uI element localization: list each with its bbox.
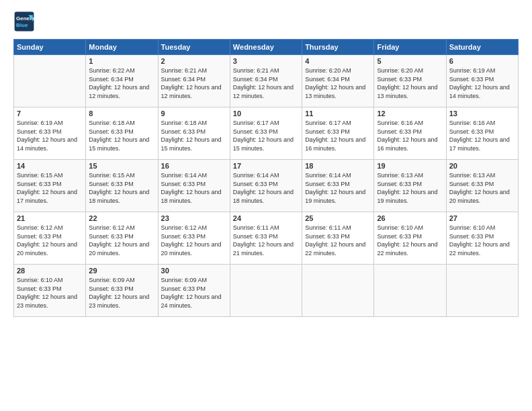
day-number: 12 (377, 109, 443, 118)
day-content: Sunrise: 6:14 AMSunset: 6:33 PMDaylight:… (233, 171, 299, 205)
calendar-cell: 15Sunrise: 6:15 AMSunset: 6:33 PMDayligh… (86, 160, 158, 212)
day-content: Sunrise: 6:21 AMSunset: 6:34 PMDaylight:… (233, 66, 299, 100)
weekday-header: Saturday (446, 40, 518, 55)
calendar-body: 1Sunrise: 6:22 AMSunset: 6:34 PMDaylight… (14, 55, 519, 317)
day-number: 7 (17, 109, 83, 118)
day-number: 20 (449, 162, 515, 170)
weekday-header: Tuesday (158, 40, 230, 55)
day-content: Sunrise: 6:10 AMSunset: 6:33 PMDaylight:… (377, 224, 443, 257)
weekday-header: Sunday (14, 40, 86, 55)
day-content: Sunrise: 6:18 AMSunset: 6:33 PMDaylight:… (89, 119, 154, 152)
calendar-week: 7Sunrise: 6:19 AMSunset: 6:33 PMDaylight… (14, 107, 519, 160)
calendar-cell: 11Sunrise: 6:17 AMSunset: 6:33 PMDayligh… (302, 107, 374, 160)
day-number: 16 (161, 162, 227, 170)
calendar-week: 14Sunrise: 6:15 AMSunset: 6:33 PMDayligh… (14, 160, 519, 212)
day-content: Sunrise: 6:16 AMSunset: 6:33 PMDaylight:… (449, 119, 515, 152)
day-number: 17 (233, 162, 299, 170)
weekday-header: Thursday (302, 40, 374, 55)
day-number: 26 (377, 214, 443, 222)
calendar-cell: 17Sunrise: 6:14 AMSunset: 6:33 PMDayligh… (230, 160, 302, 212)
day-number: 15 (89, 162, 154, 170)
calendar-cell: 28Sunrise: 6:10 AMSunset: 6:33 PMDayligh… (14, 265, 86, 317)
day-number: 1 (89, 57, 154, 65)
day-content: Sunrise: 6:11 AMSunset: 6:33 PMDaylight:… (305, 224, 371, 257)
page: General Blue SundayMondayTuesdayWednesda… (0, 0, 532, 324)
day-content: Sunrise: 6:15 AMSunset: 6:33 PMDaylight:… (17, 171, 83, 205)
day-content: Sunrise: 6:20 AMSunset: 6:33 PMDaylight:… (377, 66, 443, 100)
calendar-cell: 23Sunrise: 6:12 AMSunset: 6:33 PMDayligh… (158, 212, 230, 265)
calendar-cell: 1Sunrise: 6:22 AMSunset: 6:34 PMDaylight… (86, 55, 158, 107)
calendar-cell: 19Sunrise: 6:13 AMSunset: 6:33 PMDayligh… (374, 160, 446, 212)
header-row: SundayMondayTuesdayWednesdayThursdayFrid… (14, 40, 519, 55)
day-number: 18 (305, 162, 371, 170)
day-content: Sunrise: 6:16 AMSunset: 6:33 PMDaylight:… (377, 119, 443, 152)
day-number: 10 (233, 109, 299, 118)
calendar-cell: 26Sunrise: 6:10 AMSunset: 6:33 PMDayligh… (374, 212, 446, 265)
calendar-cell: 27Sunrise: 6:10 AMSunset: 6:33 PMDayligh… (446, 212, 518, 265)
day-content: Sunrise: 6:14 AMSunset: 6:33 PMDaylight:… (161, 171, 227, 205)
day-number: 8 (89, 109, 154, 118)
calendar-cell (14, 55, 86, 107)
day-content: Sunrise: 6:11 AMSunset: 6:33 PMDaylight:… (233, 224, 299, 257)
calendar-cell: 4Sunrise: 6:20 AMSunset: 6:34 PMDaylight… (302, 55, 374, 107)
calendar-cell: 29Sunrise: 6:09 AMSunset: 6:33 PMDayligh… (86, 265, 158, 317)
calendar-cell: 2Sunrise: 6:21 AMSunset: 6:34 PMDaylight… (158, 55, 230, 107)
day-number: 29 (89, 267, 154, 275)
calendar-cell: 20Sunrise: 6:13 AMSunset: 6:33 PMDayligh… (446, 160, 518, 212)
day-content: Sunrise: 6:12 AMSunset: 6:33 PMDaylight:… (161, 224, 227, 257)
calendar-cell: 30Sunrise: 6:09 AMSunset: 6:33 PMDayligh… (158, 265, 230, 317)
calendar-cell (302, 265, 374, 317)
day-number: 3 (233, 57, 299, 65)
day-number: 21 (17, 214, 83, 222)
day-number: 11 (305, 109, 371, 118)
weekday-header: Friday (374, 40, 446, 55)
day-number: 27 (449, 214, 515, 222)
calendar-cell: 25Sunrise: 6:11 AMSunset: 6:33 PMDayligh… (302, 212, 374, 265)
day-number: 13 (449, 109, 515, 118)
calendar-cell (230, 265, 302, 317)
calendar-cell: 8Sunrise: 6:18 AMSunset: 6:33 PMDaylight… (86, 107, 158, 160)
calendar-cell: 9Sunrise: 6:18 AMSunset: 6:33 PMDaylight… (158, 107, 230, 160)
day-number: 5 (377, 57, 443, 65)
calendar-week: 21Sunrise: 6:12 AMSunset: 6:33 PMDayligh… (14, 212, 519, 265)
day-content: Sunrise: 6:20 AMSunset: 6:34 PMDaylight:… (305, 66, 371, 100)
day-content: Sunrise: 6:12 AMSunset: 6:33 PMDaylight:… (89, 224, 154, 257)
calendar-cell: 10Sunrise: 6:17 AMSunset: 6:33 PMDayligh… (230, 107, 302, 160)
logo: General Blue (13, 11, 36, 32)
day-number: 24 (233, 214, 299, 222)
day-number: 2 (161, 57, 227, 65)
calendar-cell: 3Sunrise: 6:21 AMSunset: 6:34 PMDaylight… (230, 55, 302, 107)
day-content: Sunrise: 6:21 AMSunset: 6:34 PMDaylight:… (161, 66, 227, 100)
day-content: Sunrise: 6:18 AMSunset: 6:33 PMDaylight:… (161, 119, 227, 152)
day-content: Sunrise: 6:10 AMSunset: 6:33 PMDaylight:… (17, 276, 83, 310)
day-number: 22 (89, 214, 154, 222)
day-content: Sunrise: 6:15 AMSunset: 6:33 PMDaylight:… (89, 171, 154, 205)
calendar-cell: 16Sunrise: 6:14 AMSunset: 6:33 PMDayligh… (158, 160, 230, 212)
calendar-table: SundayMondayTuesdayWednesdayThursdayFrid… (13, 39, 519, 317)
calendar-cell: 24Sunrise: 6:11 AMSunset: 6:33 PMDayligh… (230, 212, 302, 265)
calendar-cell: 13Sunrise: 6:16 AMSunset: 6:33 PMDayligh… (446, 107, 518, 160)
day-number: 30 (161, 267, 227, 275)
svg-text:Blue: Blue (16, 22, 28, 28)
day-number: 25 (305, 214, 371, 222)
day-content: Sunrise: 6:19 AMSunset: 6:33 PMDaylight:… (449, 66, 515, 100)
day-content: Sunrise: 6:10 AMSunset: 6:33 PMDaylight:… (449, 224, 515, 257)
day-number: 28 (17, 267, 83, 275)
day-content: Sunrise: 6:17 AMSunset: 6:33 PMDaylight:… (233, 119, 299, 152)
header: General Blue (13, 11, 519, 32)
calendar-cell: 21Sunrise: 6:12 AMSunset: 6:33 PMDayligh… (14, 212, 86, 265)
calendar-cell: 14Sunrise: 6:15 AMSunset: 6:33 PMDayligh… (14, 160, 86, 212)
logo-icon: General Blue (13, 11, 35, 32)
day-number: 6 (449, 57, 515, 65)
calendar-cell: 7Sunrise: 6:19 AMSunset: 6:33 PMDaylight… (14, 107, 86, 160)
calendar-cell: 5Sunrise: 6:20 AMSunset: 6:33 PMDaylight… (374, 55, 446, 107)
day-number: 4 (305, 57, 371, 65)
day-content: Sunrise: 6:14 AMSunset: 6:33 PMDaylight:… (305, 171, 371, 205)
day-content: Sunrise: 6:09 AMSunset: 6:33 PMDaylight:… (89, 276, 154, 310)
day-content: Sunrise: 6:09 AMSunset: 6:33 PMDaylight:… (161, 276, 227, 310)
day-content: Sunrise: 6:12 AMSunset: 6:33 PMDaylight:… (17, 224, 83, 257)
calendar-cell (446, 265, 518, 317)
day-content: Sunrise: 6:13 AMSunset: 6:33 PMDaylight:… (449, 171, 515, 205)
calendar-week: 1Sunrise: 6:22 AMSunset: 6:34 PMDaylight… (14, 55, 519, 107)
day-number: 14 (17, 162, 83, 170)
